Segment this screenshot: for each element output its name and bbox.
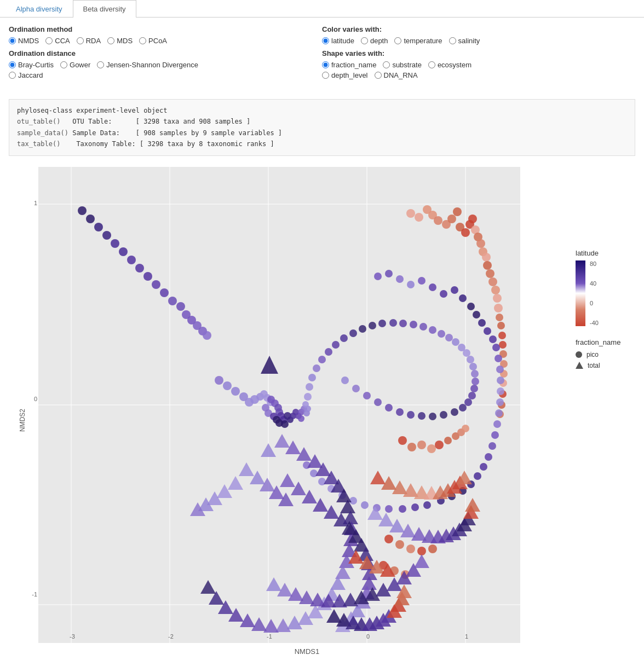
color-varies-options: latitude depth temperature salinity <box>322 37 635 45</box>
legend-pico-label: pico <box>586 351 599 358</box>
svg-point-172 <box>318 356 326 363</box>
svg-point-111 <box>497 387 504 395</box>
ordination-method-label: Ordination method <box>9 25 322 33</box>
svg-point-161 <box>419 323 427 331</box>
radio-latitude[interactable]: latitude <box>322 37 354 45</box>
svg-text:-2: -2 <box>168 633 174 640</box>
svg-text:1: 1 <box>465 633 468 640</box>
svg-point-126 <box>399 505 406 513</box>
svg-point-65 <box>447 215 456 223</box>
radio-pcoa[interactable]: PCoA <box>139 37 167 45</box>
ordination-controls: Ordination method NMDS CCA RDA MDS PCoA … <box>9 25 322 82</box>
svg-point-189 <box>417 547 426 555</box>
svg-point-9 <box>86 215 95 223</box>
info-line1: phyloseq-class experiment-level object <box>17 105 627 116</box>
radio-jaccard[interactable]: Jaccard <box>9 71 43 79</box>
svg-point-78 <box>488 277 497 286</box>
svg-point-81 <box>494 304 503 312</box>
svg-marker-225 <box>280 473 295 487</box>
info-sample-value: [ 908 samples by 9 sample variables ] <box>136 129 282 137</box>
svg-point-95 <box>396 275 404 283</box>
svg-point-63 <box>434 216 442 225</box>
svg-point-143 <box>418 412 426 420</box>
svg-point-185 <box>462 425 469 432</box>
svg-point-144 <box>429 413 436 420</box>
svg-point-101 <box>459 294 467 302</box>
radio-depth-level[interactable]: depth_level <box>322 71 368 79</box>
svg-point-109 <box>496 366 504 373</box>
svg-text:-3: -3 <box>70 633 75 640</box>
svg-point-154 <box>467 356 474 363</box>
svg-point-141 <box>396 408 404 416</box>
radio-mds[interactable]: MDS <box>107 37 133 45</box>
radio-fraction-name[interactable]: fraction_name <box>322 61 376 69</box>
svg-point-171 <box>325 348 332 356</box>
svg-point-102 <box>467 303 475 310</box>
radio-temperature[interactable]: temperature <box>394 37 442 45</box>
svg-point-149 <box>468 392 476 399</box>
info-line2: otu_table() OTU Table: [ 3298 taxa and 9… <box>17 116 627 127</box>
chart-area: NMDS2 1 0 -1 <box>0 161 644 661</box>
svg-point-164 <box>389 319 397 327</box>
legend-latitude-title: latitude <box>576 249 639 257</box>
info-otu-value: [ 3298 taxa and 908 samples ] <box>136 118 251 125</box>
radio-cca[interactable]: CCA <box>45 37 70 45</box>
radio-rda[interactable]: RDA <box>77 37 101 45</box>
svg-point-19 <box>168 297 177 305</box>
info-otu-name: OTU Table: <box>72 118 131 125</box>
svg-point-166 <box>369 322 376 329</box>
svg-rect-314 <box>576 260 585 326</box>
svg-point-73 <box>476 239 485 248</box>
radio-bray-curtis[interactable]: Bray-Curtis <box>9 61 54 69</box>
svg-marker-267 <box>465 498 480 512</box>
radio-nmds[interactable]: NMDS <box>9 37 39 45</box>
radio-gower[interactable]: Gower <box>60 61 90 69</box>
svg-point-139 <box>374 398 382 406</box>
radio-salinity[interactable]: salinity <box>449 37 480 45</box>
svg-point-158 <box>445 334 453 341</box>
svg-point-110 <box>497 376 504 384</box>
svg-marker-275 <box>343 593 358 606</box>
radio-depth[interactable]: depth <box>361 37 388 45</box>
svg-point-117 <box>485 453 492 461</box>
ordination-distance-label: Ordination distance <box>9 49 322 57</box>
svg-point-153 <box>469 363 477 370</box>
svg-point-112 <box>496 398 504 406</box>
svg-point-142 <box>407 411 415 419</box>
info-tax-name: Taxonomy Table: <box>76 140 140 148</box>
tab-alpha-diversity[interactable]: Alpha diversity <box>5 0 73 18</box>
svg-point-146 <box>451 408 458 416</box>
svg-point-108 <box>495 355 502 362</box>
tab-beta-diversity[interactable]: Beta diversity <box>73 0 136 18</box>
info-line3: sample_data() Sample Data: [ 908 samples… <box>17 128 627 138</box>
svg-point-181 <box>435 441 444 449</box>
svg-point-79 <box>491 286 500 294</box>
svg-point-25 <box>203 331 211 340</box>
ordination-method-options: NMDS CCA RDA MDS PCoA <box>9 37 322 45</box>
legend: latitude 80 <box>567 167 639 373</box>
svg-point-104 <box>478 319 486 327</box>
legend-gradient-svg <box>576 260 585 326</box>
svg-marker-229 <box>324 505 339 519</box>
svg-point-140 <box>385 404 393 412</box>
svg-point-60 <box>415 213 423 222</box>
controls-panel: Ordination method NMDS CCA RDA MDS PCoA … <box>0 18 644 94</box>
svg-text:-1: -1 <box>267 633 272 640</box>
svg-marker-243 <box>370 471 386 484</box>
svg-point-116 <box>488 442 496 450</box>
radio-jsd[interactable]: Jensen-Shannon Divergence <box>97 61 198 69</box>
svg-point-165 <box>378 320 386 327</box>
radio-dna-rna[interactable]: DNA_RNA <box>375 71 418 79</box>
shape-legend: fraction_name pico total <box>576 338 639 369</box>
radio-substrate[interactable]: substrate <box>383 61 421 69</box>
svg-marker-195 <box>261 443 276 457</box>
radio-ecosystem[interactable]: ecosystem <box>428 61 472 69</box>
svg-point-59 <box>406 209 415 218</box>
tabs-bar: Alpha diversity Beta diversity <box>0 0 644 18</box>
info-sample-name: Sample Data: <box>72 129 131 137</box>
svg-point-168 <box>349 329 357 337</box>
svg-marker-246 <box>403 483 418 497</box>
svg-point-150 <box>470 385 478 392</box>
svg-point-98 <box>429 283 436 291</box>
svg-point-85 <box>499 341 507 349</box>
